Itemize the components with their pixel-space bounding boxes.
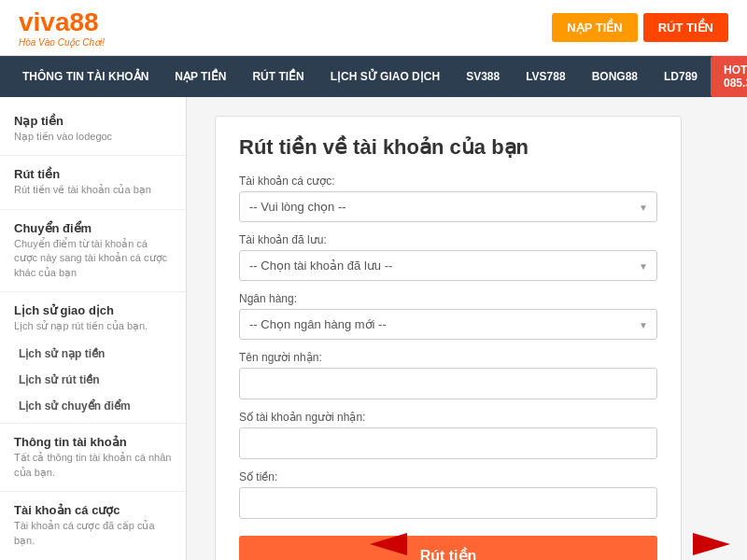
- tai-khoan-ca-cuoc-select[interactable]: -- Vui lòng chọn --: [239, 191, 657, 222]
- tai-khoan-da-luu-select[interactable]: -- Chọn tài khoản đã lưu --: [239, 250, 657, 281]
- sidebar-rut-tien-title: Rút tiền: [14, 167, 172, 181]
- nav-lich-su[interactable]: LỊCH SỬ GIAO DỊCH: [317, 59, 453, 94]
- hotline-label: HOTLINE:: [724, 63, 747, 77]
- tai-khoan-da-luu-wrapper: -- Chọn tài khoản đã lưu --: [239, 250, 657, 281]
- sidebar-tai-khoan-desc: Tài khoản cá cược đã cấp của bạn.: [14, 519, 172, 548]
- top-header: viva88 Hòa Vào Cuộc Chơi! NẠP TIỀN RÚT T…: [0, 0, 747, 56]
- arrow-left-icon: [370, 533, 407, 555]
- so-tien-label: Số tiền:: [239, 470, 657, 483]
- sidebar-lich-su-nap[interactable]: Lịch sử nạp tiền: [0, 341, 186, 367]
- tai-khoan-ca-cuoc-group: Tài khoản cá cược: -- Vui lòng chọn --: [239, 175, 657, 222]
- so-tien-group: Số tiền:: [239, 470, 657, 519]
- so-tien-input[interactable]: [239, 487, 657, 519]
- sidebar-lich-su-desc: Lịch sử nạp rút tiền của bạn.: [14, 319, 172, 333]
- nap-tien-header-button[interactable]: NẠP TIỀN: [552, 13, 637, 42]
- top-buttons: NẠP TIỀN RÚT TIỀN: [552, 13, 728, 42]
- tai-khoan-ca-cuoc-label: Tài khoản cá cược:: [239, 175, 657, 188]
- sidebar-lich-su-rut[interactable]: Lịch sử rút tiền: [0, 367, 186, 393]
- so-tai-khoan-input[interactable]: [239, 427, 657, 459]
- sidebar-item-lich-su[interactable]: Lịch sử giao dịch Lịch sử nạp rút tiền c…: [0, 296, 186, 341]
- ten-nguoi-nhan-label: Tên người nhận:: [239, 351, 657, 364]
- nav-bong88[interactable]: BONG88: [579, 59, 651, 94]
- nav-rut-tien[interactable]: RÚT TIỀN: [239, 59, 317, 94]
- sidebar-lich-su-title: Lịch sử giao dịch: [14, 303, 172, 317]
- sidebar-chuyen-diem-desc: Chuyển điểm từ tài khoản cá cược này san…: [14, 237, 172, 280]
- nav-bar: THÔNG TIN TÀI KHOẢN NẠP TIỀN RÚT TIỀN LỊ…: [0, 56, 747, 97]
- ngan-hang-wrapper: -- Chọn ngân hàng mới --: [239, 309, 657, 340]
- so-tai-khoan-label: Số tài khoản người nhận:: [239, 411, 657, 424]
- nav-sv388[interactable]: SV388: [453, 59, 513, 94]
- so-tai-khoan-group: Số tài khoản người nhận:: [239, 411, 657, 459]
- sidebar-item-nap-tien[interactable]: Nạp tiền Nạp tiền vào lodegoc: [0, 106, 186, 151]
- logo-sub: Hòa Vào Cuộc Chơi!: [19, 37, 105, 48]
- nav-nap-tien[interactable]: NẠP TIỀN: [162, 59, 239, 94]
- sidebar-item-rut-tien[interactable]: Rút tiền Rút tiền về tài khoản của bạn: [0, 160, 186, 204]
- form-title: Rút tiền về tài khoản của bạn: [239, 135, 657, 160]
- main-layout: Nạp tiền Nạp tiền vào lodegoc Rút tiền R…: [0, 97, 747, 560]
- ngan-hang-select[interactable]: -- Chọn ngân hàng mới --: [239, 309, 657, 340]
- ten-nguoi-nhan-input[interactable]: [239, 368, 657, 399]
- tai-khoan-ca-cuoc-wrapper: -- Vui lòng chọn --: [239, 191, 657, 222]
- arrow-right-icon: [693, 533, 730, 555]
- nav-lvs788[interactable]: LVS788: [513, 59, 578, 94]
- submit-button[interactable]: Rút tiền: [239, 536, 657, 560]
- hotline-number: 085.355.2222: [724, 77, 747, 90]
- sidebar-nap-tien-desc: Nạp tiền vào lodegoc: [14, 130, 172, 144]
- nav-ld789[interactable]: LD789: [651, 59, 711, 94]
- sidebar-lich-su-chuyen[interactable]: Lịch sử chuyển điểm: [0, 393, 186, 419]
- logo: viva88 Hòa Vào Cuộc Chơi!: [19, 7, 105, 48]
- svg-marker-0: [370, 533, 407, 555]
- sidebar-item-thong-tin[interactable]: Thông tin tài khoản Tất cả thông tin tài…: [0, 427, 186, 487]
- content-area: Rút tiền về tài khoản của bạn Tài khoản …: [187, 97, 747, 560]
- hotline: HOTLINE: 085.355.2222: [711, 56, 747, 97]
- logo-text: viva88: [19, 7, 105, 37]
- tai-khoan-da-luu-label: Tài khoản đã lưu:: [239, 233, 657, 246]
- svg-marker-1: [693, 533, 730, 555]
- ten-nguoi-nhan-group: Tên người nhận:: [239, 351, 657, 399]
- sidebar-tai-khoan-title: Tài khoản cá cược: [14, 503, 172, 517]
- logo-88: 88: [70, 7, 99, 36]
- sidebar-chuyen-diem-title: Chuyển điểm: [14, 221, 172, 235]
- tai-khoan-da-luu-group: Tài khoản đã lưu: -- Chọn tài khoản đã l…: [239, 233, 657, 281]
- ngan-hang-group: Ngân hàng: -- Chọn ngân hàng mới --: [239, 292, 657, 340]
- sidebar-thong-tin-desc: Tất cả thông tin tài khoản cá nhân của b…: [14, 451, 172, 480]
- sidebar: Nạp tiền Nạp tiền vào lodegoc Rút tiền R…: [0, 97, 187, 560]
- ngan-hang-label: Ngân hàng:: [239, 292, 657, 305]
- rut-tien-header-button[interactable]: RÚT TIỀN: [643, 13, 728, 42]
- sidebar-rut-tien-desc: Rút tiền về tài khoản của bạn: [14, 183, 172, 197]
- sidebar-thong-tin-title: Thông tin tài khoản: [14, 435, 172, 449]
- sidebar-danh-sach[interactable]: Danh sách tài khoản cược: [0, 555, 186, 560]
- form-card: Rút tiền về tài khoản của bạn Tài khoản …: [215, 116, 682, 560]
- sidebar-item-chuyen-diem[interactable]: Chuyển điểm Chuyển điểm từ tài khoản cá …: [0, 214, 186, 287]
- nav-thong-tin[interactable]: THÔNG TIN TÀI KHOẢN: [9, 59, 162, 94]
- sidebar-item-tai-khoan[interactable]: Tài khoản cá cược Tài khoản cá cược đã c…: [0, 496, 186, 555]
- sidebar-nap-tien-title: Nạp tiền: [14, 114, 172, 128]
- logo-viva: viva: [19, 7, 70, 36]
